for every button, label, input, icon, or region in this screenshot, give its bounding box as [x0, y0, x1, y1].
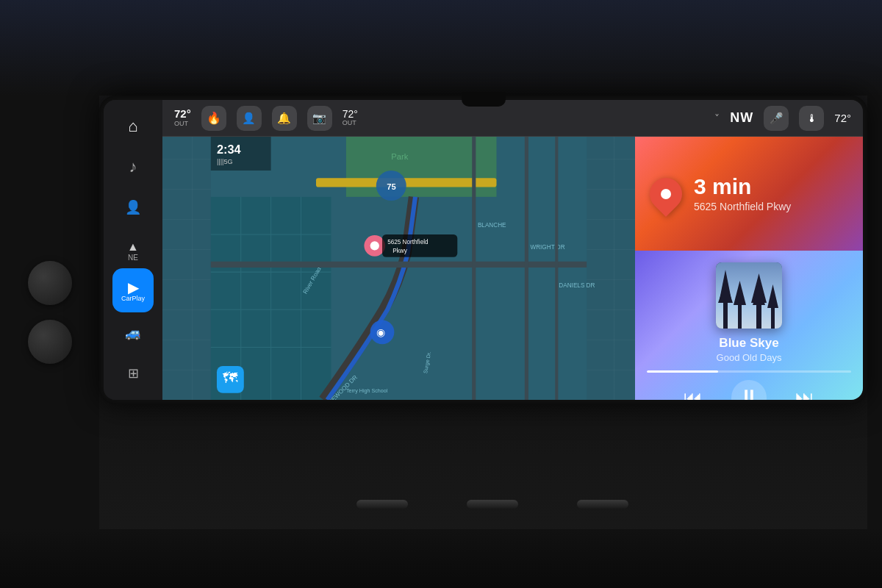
sidebar-item-navigation[interactable]: ▲ NE: [112, 228, 154, 267]
inside-temp-left: 72° OUT: [343, 109, 358, 127]
track-info: Blue Skye Good Old Days: [717, 336, 782, 363]
fire-icon-btn[interactable]: 🔥: [201, 106, 226, 131]
map-area[interactable]: Park 75: [162, 137, 635, 400]
forward-icon: ⏭: [795, 387, 814, 401]
play-pause-button[interactable]: ⏸: [731, 380, 767, 400]
center-control-knob[interactable]: [467, 500, 518, 509]
nav-pin-dot: [661, 189, 671, 199]
top-dashboard: [0, 0, 882, 96]
top-notch: [462, 92, 506, 107]
camera-icon-btn[interactable]: 📷: [307, 106, 332, 131]
chevron-down-icon[interactable]: ˅: [714, 112, 720, 124]
dashboard: ⌂ ♪ 👤 ▲ NE ▶ CarPlay 🚙: [0, 0, 882, 588]
physical-controls: [147, 500, 838, 529]
jeep-icon: 🚙: [125, 325, 141, 341]
outside-temp: 72° OUT: [174, 108, 191, 127]
track-name: Blue Skye: [717, 336, 782, 351]
sidebar-item-jeep[interactable]: 🚙: [112, 314, 154, 353]
right-knob[interactable]: [28, 320, 72, 364]
bottom-bar: [0, 529, 882, 588]
bell-icon: 🔔: [277, 112, 291, 125]
svg-text:Pkwy: Pkwy: [392, 248, 407, 254]
sidebar-item-home[interactable]: ⌂: [112, 107, 154, 146]
left-panel: [0, 96, 99, 529]
progress-bar[interactable]: [647, 370, 851, 373]
track-artist: Good Old Days: [717, 352, 782, 363]
fire-icon: 🔥: [207, 111, 221, 125]
inside-temp: 72°: [834, 112, 851, 124]
sidebar-item-carplay[interactable]: ▶ CarPlay: [112, 268, 154, 312]
nav-eta: 3 min: [694, 176, 848, 198]
sidebar: ⌂ ♪ 👤 ▲ NE ▶ CarPlay 🚙: [104, 100, 162, 400]
album-art-svg: [716, 262, 782, 329]
svg-rect-45: [771, 305, 775, 329]
svg-text:||||5G: ||||5G: [217, 158, 233, 165]
sidebar-item-music[interactable]: ♪: [112, 148, 154, 187]
mic-icon: 🎤: [770, 112, 784, 125]
home-icon: ⌂: [128, 117, 137, 136]
nav-card: 3 min 5625 Northfield Pkwy: [635, 137, 863, 251]
right-panel: 3 min 5625 Northfield Pkwy: [635, 137, 863, 400]
rewind-button[interactable]: ⏮: [677, 381, 709, 400]
svg-rect-3: [316, 178, 496, 187]
left-control-knob[interactable]: [356, 500, 408, 509]
right-outer: [867, 96, 882, 529]
carplay-label: CarPlay: [121, 295, 145, 302]
svg-text:Terry High School: Terry High School: [346, 388, 388, 394]
notification-icon-btn[interactable]: 🔔: [272, 106, 297, 131]
svg-rect-40: [738, 303, 742, 329]
engine-temp-btn[interactable]: 🌡: [799, 106, 824, 131]
progress-fill: [647, 370, 718, 373]
rewind-icon: ⏮: [684, 387, 703, 401]
svg-text:BLANCHE: BLANCHE: [478, 222, 506, 229]
status-bar: 72° OUT 🔥 👤 🔔 📷 72° OUT: [162, 100, 863, 137]
music-controls: ⏮ ⏸ ⏭: [677, 380, 821, 400]
pause-icon: ⏸: [731, 380, 767, 400]
navigation-icon: ▲: [127, 240, 139, 254]
carplay-screen: ⌂ ♪ 👤 ▲ NE ▶ CarPlay 🚙: [104, 100, 863, 400]
svg-text:2:34: 2:34: [217, 143, 242, 156]
music-card: Blue Skye Good Old Days ⏮ ⏸: [635, 251, 863, 400]
music-icon: ♪: [129, 157, 137, 176]
forward-button[interactable]: ⏭: [789, 381, 821, 400]
svg-text:🗺: 🗺: [223, 369, 238, 386]
nav-pin-icon: [643, 171, 689, 216]
camera-icon: 📷: [312, 112, 326, 125]
nav-info: 3 min 5625 Northfield Pkwy: [694, 176, 848, 212]
compass-display: NW: [730, 110, 753, 126]
status-right: NW 🎤 🌡 72°: [730, 106, 851, 131]
svg-text:DANIELS DR: DANIELS DR: [559, 282, 595, 289]
svg-point-23: [370, 241, 379, 250]
right-control-knob[interactable]: [577, 500, 628, 509]
person-icon: 👤: [125, 199, 141, 215]
nav-address: 5625 Northfield Pkwy: [694, 201, 848, 212]
svg-text:5625 Northfield: 5625 Northfield: [387, 239, 429, 245]
temp-gauge-icon: 🌡: [806, 112, 817, 124]
person-icon-btn[interactable]: 👤: [237, 106, 262, 131]
album-art: [716, 262, 782, 329]
sidebar-item-grid[interactable]: ⊞: [112, 354, 154, 392]
svg-text:WRIGHT DR: WRIGHT DR: [531, 244, 565, 251]
mic-icon-btn[interactable]: 🎤: [764, 106, 789, 131]
left-knob[interactable]: [28, 261, 72, 305]
svg-text:Park: Park: [391, 152, 409, 161]
svg-text:75: 75: [387, 182, 396, 191]
grid-icon: ⊞: [128, 365, 139, 381]
map-svg: Park 75: [162, 137, 635, 400]
carplay-icon: ▶: [128, 279, 139, 296]
main-content: Park 75: [162, 137, 863, 400]
sidebar-item-person[interactable]: 👤: [112, 187, 154, 226]
contacts-icon: 👤: [242, 112, 256, 125]
screen-bezel: ⌂ ♪ 👤 ▲ NE ▶ CarPlay 🚙: [99, 96, 867, 404]
svg-text:◉: ◉: [376, 326, 385, 338]
